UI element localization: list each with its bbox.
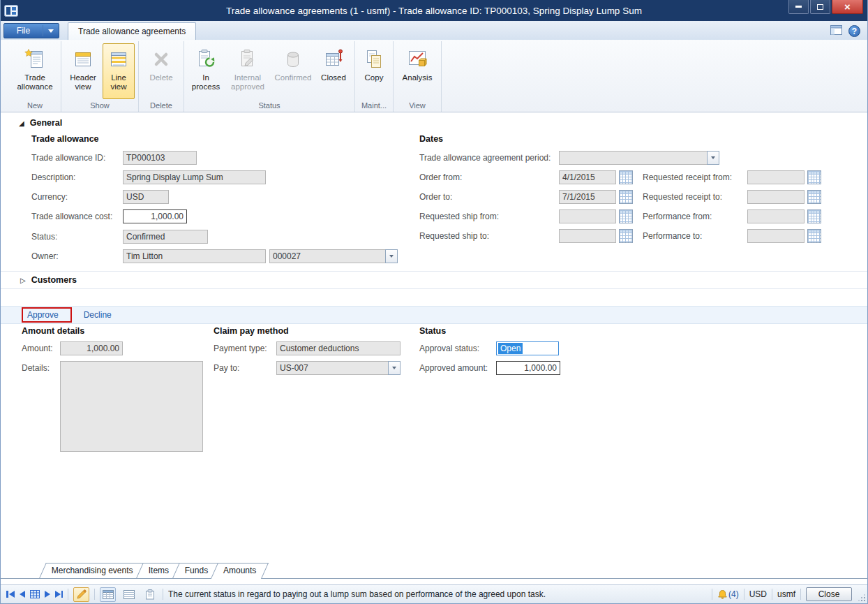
tab-funds-label: Funds [181, 564, 212, 578]
delete-button[interactable]: Delete [142, 43, 180, 99]
trade-allowance-button-label: Trade allowance [13, 73, 57, 91]
performance-to-label: Performance to: [643, 229, 702, 243]
grid-view-icon [103, 590, 114, 599]
details-field[interactable] [60, 361, 203, 452]
notifications-button[interactable]: (4) [717, 589, 739, 600]
ribbon-group-delete: Delete Delete [139, 41, 184, 112]
requested-receipt-to-calendar-icon[interactable] [807, 190, 821, 204]
trade-allowance-cost-label: Trade allowance cost: [31, 209, 112, 223]
tab-items-label: Items [144, 564, 173, 578]
order-to-field[interactable] [559, 190, 616, 204]
requested-receipt-to-field[interactable] [747, 190, 805, 204]
last-record-button[interactable] [55, 591, 63, 598]
details-view-button[interactable] [121, 587, 137, 602]
requested-ship-to-calendar-icon[interactable] [619, 229, 633, 243]
description-label: Description: [31, 170, 75, 184]
requested-ship-from-field[interactable] [559, 209, 616, 223]
first-record-button[interactable] [6, 591, 15, 598]
owner-id-dropdown-button[interactable] [385, 249, 398, 263]
performance-to-field[interactable] [747, 229, 805, 243]
description-field[interactable] [123, 170, 266, 184]
confirmed-button[interactable]: Confirmed [271, 43, 315, 99]
details-view-icon [124, 590, 135, 599]
grid-view-button[interactable] [100, 587, 116, 602]
approval-status-field[interactable]: Open [496, 341, 559, 355]
requested-ship-from-calendar-icon[interactable] [619, 209, 633, 223]
currency-field[interactable] [123, 190, 169, 204]
header-view-button[interactable]: Header view [65, 43, 101, 99]
statusbar-separator [94, 589, 95, 600]
statusbar-separator [772, 589, 772, 600]
owner-name-field[interactable] [123, 249, 266, 263]
order-from-field[interactable] [559, 170, 616, 184]
owner-id-field[interactable] [269, 249, 385, 263]
previous-record-button[interactable] [20, 591, 25, 598]
record-grid-button[interactable] [30, 590, 40, 598]
in-process-button[interactable]: In process [188, 43, 224, 99]
performance-from-label: Performance from: [643, 209, 712, 223]
statusbar-separator [800, 589, 801, 600]
bottom-tab-baseline [1, 578, 867, 579]
minimize-icon [795, 6, 802, 8]
maximize-button[interactable] [810, 0, 830, 14]
ribbon-group-new-label: New [13, 100, 57, 112]
general-header-label: General [30, 118, 63, 128]
trade-allowance-button[interactable]: Trade allowance [13, 43, 57, 99]
closed-button[interactable]: Closed [316, 43, 351, 99]
payment-type-label: Payment type: [214, 341, 267, 355]
attachments-button[interactable] [142, 587, 158, 602]
close-form-button[interactable]: Close [806, 587, 852, 601]
status-field[interactable] [123, 230, 208, 244]
fasttab-customers-header[interactable]: ▷ Customers [1, 271, 867, 289]
agreement-period-field[interactable] [559, 151, 707, 165]
ribbon-group-show: Header view Line view Show [61, 41, 139, 112]
tab-amounts[interactable]: Amounts [211, 563, 269, 579]
help-icon[interactable]: ? [848, 25, 860, 37]
approved-amount-field[interactable] [496, 361, 560, 375]
trade-allowance-id-field[interactable] [123, 151, 197, 165]
app-window: Trade allowance agreements (1 - usmf) - … [0, 0, 868, 604]
trade-allowance-cost-field[interactable] [123, 209, 187, 223]
order-from-calendar-icon[interactable] [619, 170, 633, 184]
requested-receipt-from-calendar-icon[interactable] [807, 170, 821, 184]
file-menu-arrow [43, 29, 59, 33]
agreement-period-dropdown-button[interactable] [707, 151, 719, 165]
pay-to-dropdown-button[interactable] [388, 361, 401, 375]
titlebar: Trade allowance agreements (1 - usmf) - … [1, 0, 867, 21]
confirmed-button-label: Confirmed [274, 73, 311, 82]
payment-type-field[interactable] [276, 341, 401, 355]
amount-field[interactable] [60, 341, 123, 355]
edit-record-button[interactable] [73, 587, 89, 602]
statusbar-help-text: The current status in regard to paying o… [168, 589, 707, 599]
requested-receipt-to-label: Requested receipt to: [643, 190, 722, 204]
requested-ship-to-label: Requested ship to: [419, 229, 489, 243]
header-view-icon [72, 47, 94, 71]
statusbar-separator [744, 589, 744, 600]
close-window-button[interactable]: × [832, 0, 863, 14]
tab-trade-allowance-agreements[interactable]: Trade allowance agreements [68, 22, 196, 40]
fasttab-general-header[interactable]: ◢ General [19, 118, 62, 128]
analysis-button[interactable]: Analysis [397, 43, 437, 99]
in-process-icon [195, 47, 217, 71]
layout-icon[interactable] [830, 25, 842, 37]
trade-allowance-group-header: Trade allowance [31, 134, 99, 144]
performance-from-field[interactable] [747, 209, 805, 223]
statusbar-separator [68, 589, 68, 600]
app-icon[interactable] [4, 5, 18, 17]
pay-to-field[interactable] [276, 361, 388, 375]
line-view-button[interactable]: Line view [103, 43, 135, 99]
next-record-button[interactable] [45, 591, 50, 598]
internal-approved-button[interactable]: Internal approved [225, 43, 270, 99]
requested-receipt-from-field[interactable] [747, 170, 805, 184]
close-icon: × [844, 1, 851, 13]
tab-merchandising-events[interactable]: Merchandising events [39, 563, 146, 578]
requested-ship-to-field[interactable] [559, 229, 616, 243]
performance-to-calendar-icon[interactable] [807, 229, 821, 243]
performance-from-calendar-icon[interactable] [807, 209, 821, 223]
order-to-calendar-icon[interactable] [619, 190, 633, 204]
resize-grip[interactable] [858, 594, 866, 602]
decline-button[interactable]: Decline [84, 310, 112, 320]
copy-button[interactable]: Copy [359, 43, 389, 99]
file-menu-button[interactable]: File [3, 23, 59, 38]
minimize-button[interactable] [788, 0, 809, 14]
